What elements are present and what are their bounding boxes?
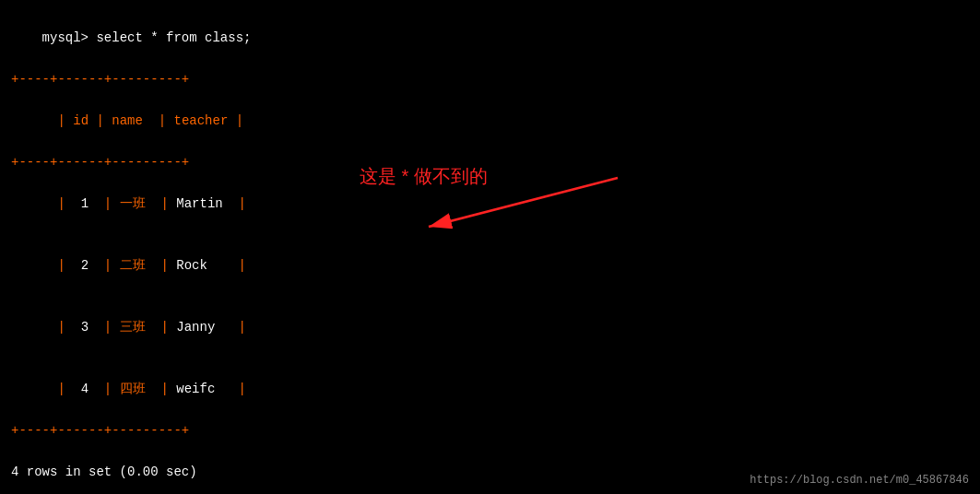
annotation-text: 这是 * 做不到的 bbox=[360, 164, 488, 189]
table1: +----+------+---------+ | id | name | te… bbox=[11, 69, 969, 482]
url-text: https://blog.csdn.net/m0_45867846 bbox=[750, 474, 969, 487]
query1-text: select * from class; bbox=[96, 30, 251, 45]
table1-rowcount bbox=[11, 441, 969, 461]
table1-header: | id | name | teacher | bbox=[11, 90, 969, 152]
table1-row4: | 4 | 四班 | weifc | bbox=[11, 359, 969, 420]
prompt1: mysql> bbox=[42, 30, 97, 45]
table1-top-border: +----+------+---------+ bbox=[11, 69, 969, 89]
table1-bottom-border: +----+------+---------+ bbox=[11, 420, 969, 441]
table1-row3: | 3 | 三班 | Janny | bbox=[11, 296, 969, 358]
terminal: mysql> select * from class; +----+------… bbox=[0, 0, 980, 494]
table1-row2: | 2 | 二班 | Rock | bbox=[11, 234, 969, 296]
query1-line: mysql> select * from class; bbox=[11, 7, 969, 69]
